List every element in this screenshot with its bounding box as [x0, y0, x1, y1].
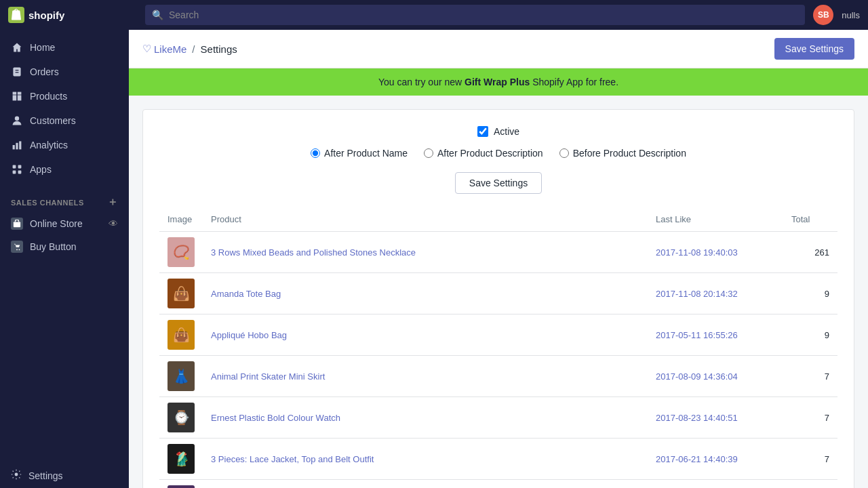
breadcrumb: ♡ LikeMe / Settings	[142, 43, 237, 55]
svg-rect-11	[13, 165, 16, 169]
search-icon: 🔍	[152, 9, 163, 20]
radio-after-product-name-label: After Product Name	[324, 148, 408, 159]
product-image-cell: 📿	[159, 232, 203, 273]
page-header: ♡ LikeMe / Settings Save Settings	[129, 30, 868, 68]
svg-point-16	[16, 249, 18, 250]
save-settings-row: Save Settings	[159, 172, 837, 194]
sidebar-item-customers-label: Customers	[30, 115, 76, 126]
banner-suffix: Shopify App for free.	[530, 77, 618, 87]
save-settings-inner-button[interactable]: Save Settings	[455, 172, 542, 194]
search-input[interactable]	[169, 9, 798, 20]
orders-icon	[11, 66, 23, 78]
heart-icon: ♡	[142, 43, 151, 55]
product-name-cell: Amanda Tote Bag	[203, 273, 648, 314]
svg-rect-12	[18, 165, 22, 169]
sidebar-item-buy-button[interactable]: Buy Button	[0, 235, 129, 258]
sidebar-item-online-store[interactable]: Online Store 👁	[0, 212, 129, 235]
product-image-cell: ⌚	[159, 397, 203, 439]
total-cell: 261	[783, 232, 837, 273]
active-row: Active	[159, 126, 837, 137]
save-settings-button[interactable]: Save Settings	[774, 38, 854, 60]
active-label: Active	[494, 126, 519, 137]
logo: shopify	[8, 7, 137, 23]
svg-rect-15	[14, 222, 20, 227]
sidebar-nav: Home Orders Products Customers	[0, 30, 129, 187]
radio-before-product-description[interactable]: Before Product Description	[559, 148, 686, 159]
sidebar-item-customers[interactable]: Customers	[0, 108, 129, 133]
username: nulls	[842, 10, 860, 20]
col-image: Image	[159, 207, 203, 232]
banner-appname: Gift Wrap Plus	[465, 77, 530, 87]
sidebar-item-analytics-label: Analytics	[30, 140, 68, 150]
svg-point-17	[19, 249, 20, 250]
product-name-cell: Animal Print Skater Mini Skirt	[203, 356, 648, 397]
svg-point-7	[15, 117, 19, 121]
products-table: Image Product Last Like Total 📿3 Rows Mi…	[159, 207, 837, 488]
breadcrumb-parent-label: LikeMe	[154, 43, 186, 55]
analytics-icon	[11, 139, 23, 151]
promo-banner: You can try our new Gift Wrap Plus Shopi…	[129, 68, 868, 96]
radio-after-product-name[interactable]: After Product Name	[311, 148, 408, 159]
product-link[interactable]: Amanda Tote Bag	[211, 289, 281, 299]
sidebar-item-apps[interactable]: Apps	[0, 157, 129, 182]
svg-rect-14	[18, 171, 22, 174]
breadcrumb-separator: /	[192, 43, 195, 55]
sidebar-item-settings[interactable]: Settings	[0, 463, 129, 488]
svg-rect-13	[13, 171, 16, 174]
product-link[interactable]: 3 Rows Mixed Beads and Polished Stones N…	[211, 247, 416, 258]
online-store-icon	[11, 218, 23, 230]
products-icon	[11, 90, 23, 102]
sidebar-item-orders[interactable]: Orders	[0, 60, 129, 84]
table-row: 🧥Betty Knit Cardigan2017-11-27 09:25:477	[159, 480, 837, 489]
radio-before-product-description-label: Before Product Description	[573, 148, 686, 159]
sidebar-item-products[interactable]: Products	[0, 84, 129, 108]
sidebar-item-products-label: Products	[30, 91, 67, 102]
svg-rect-8	[13, 145, 15, 149]
breadcrumb-parent[interactable]: ♡ LikeMe	[142, 43, 186, 55]
table-row: 👜Amanda Tote Bag2017-11-08 20:14:329	[159, 273, 837, 314]
table-row: 👗Animal Print Skater Mini Skirt2017-08-0…	[159, 356, 837, 397]
active-checkbox[interactable]	[477, 126, 488, 137]
total-cell: 9	[783, 273, 837, 314]
product-link[interactable]: 3 Pieces: Lace Jacket, Top and Belt Outf…	[211, 454, 374, 464]
online-store-left: Online Store	[11, 218, 83, 230]
sidebar-item-home-label: Home	[30, 42, 55, 53]
product-link[interactable]: Appliqué Hobo Bag	[211, 330, 287, 340]
product-name-cell: 3 Pieces: Lace Jacket, Top and Belt Outf…	[203, 439, 648, 480]
svg-rect-6	[18, 92, 22, 95]
apps-icon	[11, 163, 23, 176]
last-like-cell: 2017-11-08 19:40:03	[648, 232, 783, 273]
sidebar-item-home[interactable]: Home	[0, 35, 129, 60]
product-image-cell: 🧥	[159, 480, 203, 489]
svg-rect-4	[18, 95, 22, 100]
eye-icon[interactable]: 👁	[108, 218, 118, 229]
radio-after-product-description[interactable]: After Product Description	[424, 148, 543, 159]
product-image-cell: 👜	[159, 273, 203, 314]
table-row: 👜Appliqué Hobo Bag2017-05-11 16:55:269	[159, 314, 837, 356]
product-image-cell: 👜	[159, 314, 203, 356]
sidebar: Home Orders Products Customers	[0, 30, 129, 488]
sidebar-item-analytics[interactable]: Analytics	[0, 133, 129, 157]
customers-icon	[11, 115, 23, 127]
product-image-cell: 🥻	[159, 439, 203, 480]
online-store-label: Online Store	[30, 218, 83, 229]
product-link[interactable]: Ernest Plastic Bold Colour Watch	[211, 413, 340, 423]
product-name-cell: Betty Knit Cardigan	[203, 480, 648, 489]
last-like-cell: 2017-05-11 16:55:26	[648, 314, 783, 356]
sales-channels-section: SALES CHANNELS ＋	[0, 187, 129, 212]
position-radio-row: After Product Name After Product Descrip…	[159, 148, 837, 159]
search-bar[interactable]: 🔍	[145, 5, 805, 25]
banner-prefix: You can try our new	[378, 77, 465, 87]
last-like-cell: 2017-08-23 14:40:51	[648, 397, 783, 439]
product-image-cell: 👗	[159, 356, 203, 397]
settings-icon	[11, 469, 22, 482]
svg-rect-5	[13, 92, 17, 95]
product-link[interactable]: Animal Print Skater Mini Skirt	[211, 371, 325, 382]
product-name-cell: 3 Rows Mixed Beads and Polished Stones N…	[203, 232, 648, 273]
total-cell: 7	[783, 397, 837, 439]
shopify-logo-icon	[8, 7, 24, 23]
topbar: shopify 🔍 SB nulls	[0, 0, 868, 30]
add-channel-icon[interactable]: ＋	[107, 195, 119, 209]
table-row: 🥻3 Pieces: Lace Jacket, Top and Belt Out…	[159, 439, 837, 480]
buy-button-label: Buy Button	[30, 241, 77, 252]
